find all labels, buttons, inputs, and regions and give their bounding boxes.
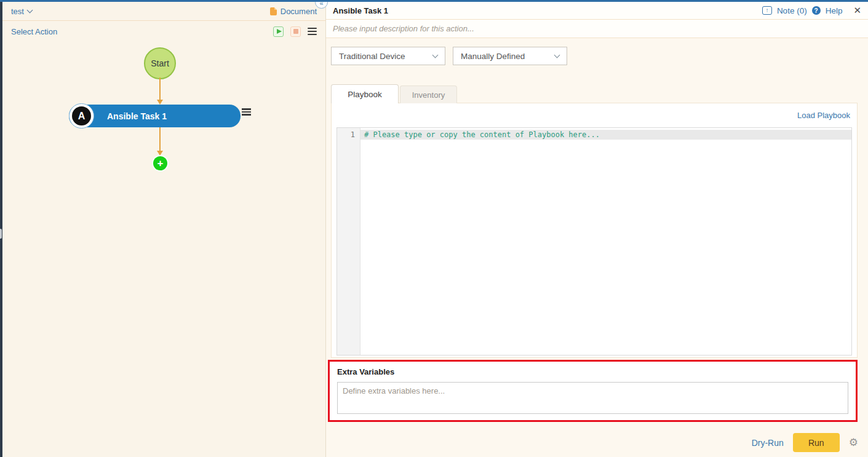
inventory-source-select[interactable]: Manually Defined [453,47,567,65]
workflow-panel: test Document Select Action [2,2,325,457]
app-window: test Document Select Action [0,0,868,457]
workflow-name-label: test [11,7,24,16]
extra-variables-section-highlighted: Extra Variables [328,360,858,422]
tab-inventory-label: Inventory [412,90,445,100]
menu-icon [308,28,317,30]
action-editor-panel: Ansible Task 1 ↑ Note (0) ? Help ✕ Tradi… [325,2,868,457]
action-header: Ansible Task 1 ↑ Note (0) ? Help ✕ [326,2,868,20]
description-row [326,20,868,38]
run-button[interactable]: Run [793,433,840,452]
task-node-label: Ansible Task 1 [107,111,167,121]
stop-workflow-button[interactable] [290,26,301,37]
action-footer: Dry-Run Run ⚙ [326,433,858,452]
tab-inventory[interactable]: Inventory [400,85,457,103]
connector-line [159,127,161,152]
document-button[interactable]: Document [270,7,317,16]
menu-icon [242,108,251,110]
extra-variables-input[interactable] [337,382,848,414]
stop-icon [293,29,298,34]
chevron-down-icon [432,52,439,58]
tab-playbook-label: Playbook [348,90,382,99]
canvas-menu-button[interactable] [308,28,317,36]
load-playbook-link[interactable]: Load Playbook [797,111,850,120]
ansible-logo-letter: A [72,106,91,125]
help-button[interactable]: Help [826,6,843,15]
panel-resize-handle[interactable] [0,229,2,239]
action-title: Ansible Task 1 [333,6,388,15]
document-label: Document [281,7,317,16]
line-number: 1 [351,130,355,139]
workflow-header: test Document [2,2,325,21]
ansible-task-node[interactable]: A Ansible Task 1 [69,105,241,127]
ansible-logo-icon: A [69,103,94,129]
help-icon[interactable]: ? [812,6,821,15]
menu-icon [308,31,317,33]
close-button[interactable]: ✕ [853,5,861,16]
start-node-label: Start [151,58,169,68]
load-playbook-row: Load Playbook [332,103,857,124]
workflow-canvas[interactable]: Start A Ansible Task 1 + [2,42,325,457]
menu-icon [242,111,251,113]
gear-icon[interactable]: ⚙ [849,437,858,448]
device-type-select[interactable]: Traditional Device [331,47,445,65]
action-header-buttons: ↑ Note (0) ? Help ✕ [762,5,861,16]
editor-content[interactable]: # Please type or copy the content of Pla… [360,128,851,355]
inventory-source-value: Manually Defined [461,52,525,61]
dropdown-row: Traditional Device Manually Defined [331,47,868,65]
chevron-down-icon [554,52,560,58]
tab-playbook[interactable]: Playbook [331,84,399,103]
editor-gutter: 1 [337,128,360,355]
toolbar-buttons [273,26,317,37]
collapse-icon: « [319,0,323,7]
dry-run-link[interactable]: Dry-Run [752,438,784,448]
description-input[interactable] [333,24,861,33]
action-body: Traditional Device Manually Defined Play… [326,38,868,457]
canvas-toolbar: Select Action [2,21,325,42]
document-icon [270,7,277,15]
menu-icon [308,34,317,36]
playbook-tab-panel: Load Playbook 1 # Please type or copy th… [331,103,858,358]
select-action-label: Select Action [11,27,57,36]
play-icon [277,29,282,34]
menu-icon [242,114,251,116]
workflow-name-dropdown[interactable]: test [11,7,32,16]
connector-arrowhead-icon [157,100,163,105]
task-node-menu-button[interactable] [242,108,251,116]
run-workflow-button[interactable] [273,26,284,37]
extra-variables-label: Extra Variables [337,367,848,376]
connector-line [159,77,161,101]
run-button-label: Run [808,438,824,448]
chevron-down-icon [27,7,33,14]
device-type-value: Traditional Device [339,52,405,61]
question-mark-icon: ? [814,7,818,14]
popout-panel-button[interactable]: ↑ [762,6,772,15]
plus-icon: + [157,158,164,169]
note-button[interactable]: Note (0) [777,6,807,15]
connector-arrowhead-icon [157,151,163,156]
popout-arrow-icon: ↑ [765,7,768,14]
add-action-button[interactable]: + [153,156,167,170]
editor-tabs: Playbook Inventory [331,84,868,103]
playbook-code-editor[interactable]: 1 # Please type or copy the content of P… [336,127,852,356]
editor-placeholder-line[interactable]: # Please type or copy the content of Pla… [360,130,851,140]
start-node[interactable]: Start [144,47,176,79]
